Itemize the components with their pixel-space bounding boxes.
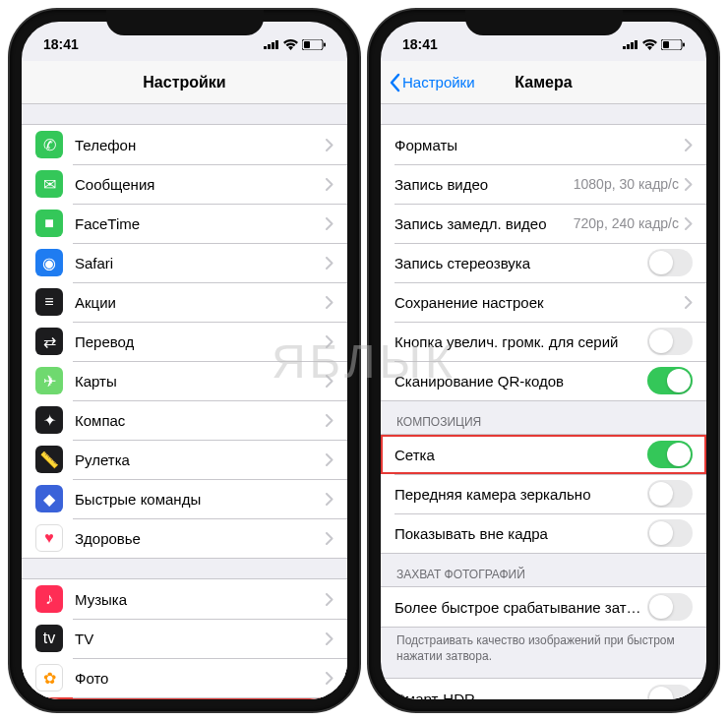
toggle-switch[interactable] [647,367,693,394]
settings-row[interactable]: Показывать вне кадра [381,513,706,553]
back-button[interactable]: Настройки [389,73,475,92]
app-icon: ◉ [35,249,63,276]
row-label: Запись стереозвука [394,255,647,271]
chevron-right-icon [326,453,334,466]
svg-rect-13 [683,42,685,46]
toggle-switch[interactable] [647,441,693,468]
status-icons [623,39,685,50]
row-label: Телефон [75,137,326,153]
settings-row[interactable]: ♪Музыка [22,579,347,619]
settings-row[interactable]: ✈Карты [22,361,347,400]
toggle-switch[interactable] [647,249,693,276]
chevron-right-icon [326,632,334,645]
chevron-right-icon [326,139,334,151]
app-icon: ✆ [35,131,63,158]
settings-row[interactable]: ✉Сообщения [22,164,347,204]
app-icon: ✉ [35,170,63,198]
settings-row[interactable]: ◉Safari [22,243,347,282]
settings-row[interactable]: ⇄Перевод [22,322,347,361]
settings-row[interactable]: ■FaceTime [22,204,347,243]
settings-row[interactable]: ✿Фото [22,658,347,697]
settings-row[interactable]: Сканирование QR-кодов [381,361,706,400]
row-label: Рулетка [75,451,326,468]
settings-row[interactable]: ✆Телефон [22,125,347,164]
row-label: FaceTime [75,215,326,232]
chevron-left-icon [389,73,400,92]
row-label: Сканирование QR-кодов [394,373,647,390]
settings-row[interactable]: Смарт-HDR [381,679,706,699]
chevron-right-icon [326,296,334,309]
section-header: Композиция [381,401,706,434]
toggle-switch[interactable] [647,685,693,699]
settings-row[interactable]: Запись замедл. видео720p, 240 кадр/с [381,204,706,243]
settings-row[interactable]: tvTV [22,619,347,658]
toggle-switch[interactable] [647,519,693,547]
cellular-icon [264,39,279,49]
toggle-switch[interactable] [647,480,693,508]
settings-list[interactable]: ✆Телефон✉Сообщения■FaceTime◉Safari≡Акции… [22,104,347,699]
settings-row[interactable]: ≡Акции [22,282,347,322]
page-title: Настройки [143,74,225,91]
row-label: Карты [75,373,326,390]
row-label: Сетка [394,447,647,463]
row-label: Сообщения [75,176,326,193]
svg-rect-9 [631,42,634,49]
toggle-switch[interactable] [647,328,693,355]
wifi-icon [642,39,657,50]
row-detail: 1080p, 30 кадр/с [574,176,679,192]
settings-row[interactable]: Форматы [381,125,706,164]
chevron-right-icon [326,493,334,506]
section-footer: Подстраивать качество изображений при бы… [381,628,706,668]
settings-row[interactable]: ♥Здоровье [22,518,347,558]
page-title: Камера [515,74,572,91]
svg-rect-0 [264,46,267,49]
chevron-right-icon [326,335,334,348]
row-label: Запись видео [394,176,574,193]
svg-rect-12 [663,41,669,48]
settings-row[interactable]: ◆Быстрые команды [22,479,347,518]
row-detail: 720p, 240 кадр/с [574,215,679,231]
settings-row[interactable]: Передняя камера зеркально [381,474,706,513]
settings-row[interactable]: Кнопка увелич. громк. для серий [381,322,706,361]
svg-rect-3 [275,40,278,49]
toggle-switch[interactable] [647,593,693,621]
row-label: Более быстрое срабатывание затвора [394,599,647,616]
row-label: Смарт-HDR [394,691,647,699]
chevron-right-icon [326,375,334,388]
notch [106,10,264,35]
svg-rect-5 [304,41,310,48]
app-icon: ⇄ [35,328,63,355]
app-icon: ■ [35,210,63,237]
row-label: Быстрые команды [75,491,326,508]
status-time: 18:41 [402,36,438,52]
camera-settings-list[interactable]: ФорматыЗапись видео1080p, 30 кадр/сЗапис… [381,104,706,699]
app-icon: ✈ [35,367,63,394]
chevron-right-icon [685,178,693,191]
settings-row[interactable]: Более быстрое срабатывание затвора [381,587,706,627]
chevron-right-icon [326,217,334,230]
row-label: Кнопка увелич. громк. для серий [394,333,647,350]
notch [465,10,623,35]
settings-row[interactable]: Сохранение настроек [381,282,706,322]
chevron-right-icon [326,672,334,685]
settings-row[interactable]: ◉Камера [22,697,347,699]
row-label: Форматы [394,137,685,153]
navbar-settings: Настройки [22,61,347,104]
screen-left: 18:41 Настройки ✆Телефон✉Сообщения■FaceT… [22,22,347,699]
row-label: Сохранение настроек [394,294,685,311]
row-label: Запись замедл. видео [394,215,574,232]
row-label: Здоровье [75,530,326,547]
settings-row[interactable]: Запись стереозвука [381,243,706,282]
back-label: Настройки [402,74,475,90]
chevron-right-icon [685,296,693,309]
app-icon: ≡ [35,288,63,316]
section-header: Захват фотографий [381,554,706,586]
settings-row[interactable]: ✦Компас [22,400,347,440]
settings-row[interactable]: 📏Рулетка [22,440,347,479]
wifi-icon [283,39,298,50]
status-icons [264,39,326,50]
phone-right: 18:41 Настройки Камера ФорматыЗапись вид… [369,10,718,711]
settings-row[interactable]: Запись видео1080p, 30 кадр/с [381,164,706,204]
settings-row[interactable]: Сетка [381,435,706,474]
row-label: Компас [75,412,326,429]
